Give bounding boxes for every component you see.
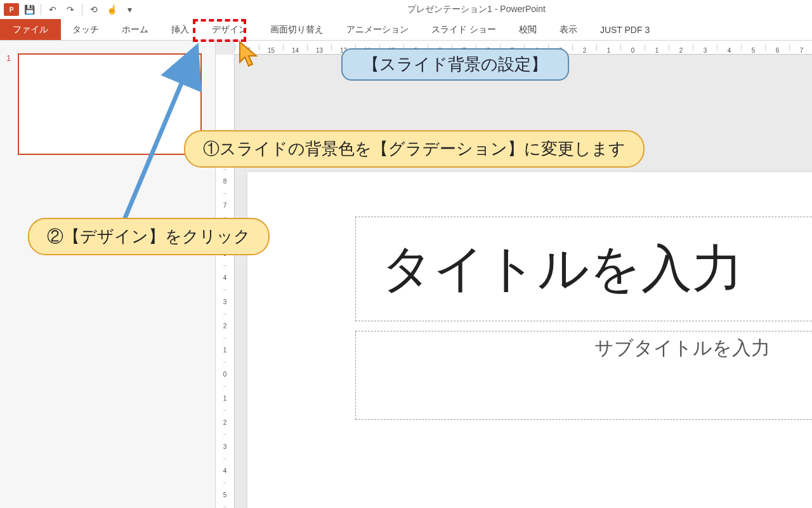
slide-thumbnail-panel[interactable]: 1 xyxy=(0,41,216,508)
editor-canvas[interactable]: タイトルを入力 サブタイトルを入力 xyxy=(235,55,812,508)
title-bar: P 💾 ↶ ↷ ⟲ ☝ ▾ プレゼンテーション1 - PowerPoint xyxy=(0,0,812,19)
qat-customize-dropdown[interactable]: ▾ xyxy=(122,2,137,17)
separator xyxy=(82,4,82,15)
ruler-tick: 2 xyxy=(223,314,227,338)
ruler-tick: 4 xyxy=(223,458,227,483)
ruler-tick: 5 xyxy=(741,44,765,51)
tab-insert[interactable]: 挿入 xyxy=(160,19,200,40)
ruler-tick: 7 xyxy=(789,44,812,51)
separator xyxy=(41,4,41,15)
annotation-step1: ①スライドの背景色を【グラデーション】に変更します xyxy=(184,130,645,168)
ruler-tick: 1 xyxy=(596,44,620,51)
annotation-header: 【スライド背景の設定】 xyxy=(341,48,569,81)
ruler-tick: 1 xyxy=(223,338,227,362)
slide-thumbnail-1[interactable]: 1 xyxy=(6,53,209,155)
subtitle-placeholder-text: サブタイトルを入力 xyxy=(594,335,770,361)
tab-view[interactable]: 表示 xyxy=(548,19,589,40)
slide-thumbnail[interactable] xyxy=(18,53,202,155)
ruler-tick: 0 xyxy=(620,44,645,51)
title-placeholder-text: タイトルを入力 xyxy=(381,235,743,304)
title-placeholder[interactable]: タイトルを入力 xyxy=(355,217,812,321)
ruler-tick: 6 xyxy=(765,44,789,51)
touch-mode-button[interactable]: ☝ xyxy=(104,2,119,17)
ruler-tick: 3 xyxy=(223,290,227,314)
tab-transitions[interactable]: 画面切り替え xyxy=(259,19,335,40)
tab-review[interactable]: 校閲 xyxy=(508,19,548,40)
restart-button[interactable]: ⟲ xyxy=(86,2,102,17)
ruler-tick: 16 xyxy=(235,44,259,51)
tab-touch[interactable]: タッチ xyxy=(61,19,110,40)
ruler-tick: 8 xyxy=(223,169,227,193)
tab-home[interactable]: ホーム xyxy=(110,19,160,40)
ruler-tick: 15 xyxy=(259,44,283,51)
redo-button[interactable]: ↷ xyxy=(63,2,78,17)
ruler-tick: 3 xyxy=(693,44,717,51)
save-button[interactable]: 💾 xyxy=(22,2,37,17)
ruler-tick: 2 xyxy=(572,44,596,51)
ruler-tick: 3 xyxy=(223,434,227,458)
vertical-ruler: 876543210123456789 xyxy=(216,55,235,508)
window-title: プレゼンテーション1 - PowerPoint xyxy=(141,4,812,15)
workspace: 1 16151413121110987654321012345678910111… xyxy=(0,41,812,508)
ruler-tick: 7 xyxy=(223,193,227,217)
ruler-tick: 2 xyxy=(669,44,693,51)
subtitle-placeholder[interactable]: サブタイトルを入力 xyxy=(355,331,812,420)
ruler-tick: 2 xyxy=(223,410,227,434)
quick-access-toolbar: P 💾 ↶ ↷ ⟲ ☝ ▾ xyxy=(0,2,141,17)
ruler-tick: 1 xyxy=(645,44,669,51)
ruler-tick: 0 xyxy=(223,362,227,386)
ruler-tick: 5 xyxy=(223,483,227,507)
slide-editor: 1615141312111098765432101234567891011121… xyxy=(216,41,812,508)
app-icon: P xyxy=(4,3,19,16)
slide-number: 1 xyxy=(6,53,18,155)
ruler-tick: 14 xyxy=(283,44,307,51)
tab-slideshow[interactable]: スライド ショー xyxy=(420,19,508,40)
ruler-tick: 1 xyxy=(223,386,227,410)
ruler-tick: 4 xyxy=(717,44,741,51)
annotation-step2: ②【デザイン】をクリック xyxy=(28,218,270,255)
tab-animations[interactable]: アニメーション xyxy=(335,19,420,40)
tab-file[interactable]: ファイル xyxy=(0,19,61,40)
slide[interactable]: タイトルを入力 サブタイトルを入力 xyxy=(247,172,812,508)
tab-justpdf[interactable]: JUST PDF 3 xyxy=(589,19,661,40)
ruler-tick: 13 xyxy=(307,44,331,51)
undo-button[interactable]: ↶ xyxy=(45,2,60,17)
ribbon-tabs: ファイル タッチ ホーム 挿入 デザイン 画面切り替え アニメーション スライド… xyxy=(0,19,812,41)
ruler-tick: 4 xyxy=(223,265,227,290)
tab-design[interactable]: デザイン xyxy=(200,19,259,40)
